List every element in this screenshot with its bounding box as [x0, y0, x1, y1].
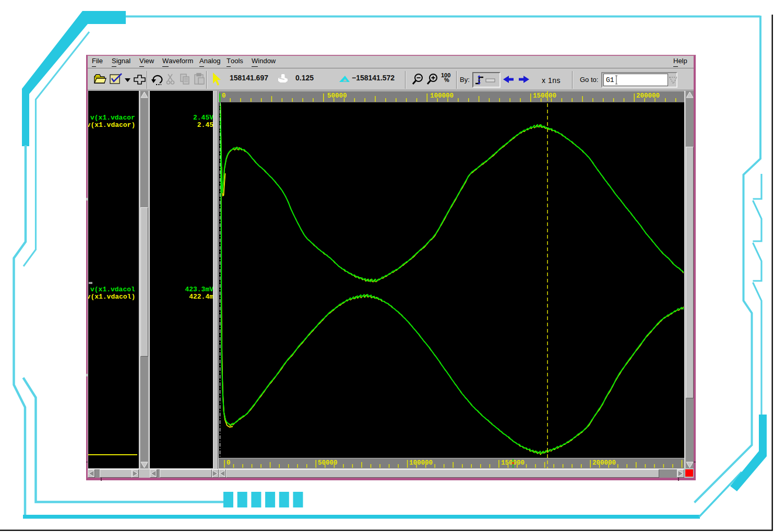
svg-text:200000: 200000 [592, 459, 616, 467]
svg-text:50000: 50000 [327, 92, 347, 100]
svg-text:0: 0 [222, 92, 226, 100]
svg-text:0: 0 [227, 459, 231, 467]
svg-text:100000: 100000 [409, 459, 433, 467]
svg-text:200000: 200000 [636, 92, 660, 100]
svg-text:100000: 100000 [430, 92, 454, 100]
svg-text:150000: 150000 [533, 92, 556, 100]
svg-text:50000: 50000 [318, 459, 338, 467]
